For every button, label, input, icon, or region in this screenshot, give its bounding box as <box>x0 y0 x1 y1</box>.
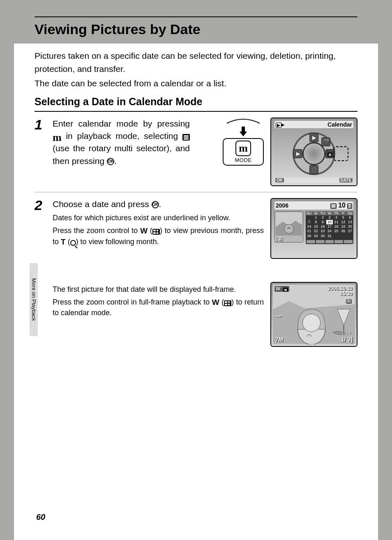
cal-dow-cell: TU <box>319 211 326 215</box>
cal-day-cell: 30 <box>319 234 326 238</box>
cal-year: 2006 <box>276 202 288 209</box>
calendar-icon-tiny <box>283 288 288 292</box>
date-chip: DATE <box>339 178 353 182</box>
cal-day-cell: 25 <box>333 229 340 233</box>
cal-day-cell: 15 <box>313 224 320 229</box>
cal-day-cell: 1 <box>313 215 320 220</box>
lcd-dial-preview: ▶▸ Calendar ▶ 🎬 <box>270 118 357 186</box>
mode-m-icon: m <box>53 134 62 142</box>
lcd-title: Calendar <box>327 121 352 128</box>
pb-wave-icon: 〰 <box>275 313 282 321</box>
cal-day-cell: 19 <box>340 224 347 229</box>
s2p2-d: ( <box>66 238 70 246</box>
t-glyph: T <box>61 237 66 248</box>
step-2-head: Choose a date and press OK. <box>53 198 264 210</box>
pb-date: 2006.10.10 <box>328 286 353 291</box>
rotary-dial: ▶ 🎬 ▶ 🎵 <box>293 132 335 175</box>
dial-calendar-icon <box>325 149 334 158</box>
cal-thumbnail: [ 3] <box>274 211 303 242</box>
svg-marker-1 <box>240 132 247 136</box>
pb-size: 7M <box>275 336 283 343</box>
dial-thumbnail-icon: ▶ <box>293 149 302 158</box>
section-subtitle: Selecting a Date in Calendar Mode <box>35 96 357 112</box>
cal-day-cell: 21 <box>306 229 313 233</box>
mode-label: MODE <box>225 157 261 163</box>
cal-dow-cell: Th <box>333 211 340 215</box>
dial-audio-icon: 🎵 <box>309 165 318 174</box>
thumbnail-grid-icon <box>152 229 160 235</box>
cal-day-cell: 4 <box>333 215 340 220</box>
cal-day-cell: 31 <box>326 234 333 238</box>
cal-day-cell <box>333 234 340 238</box>
cal-day-cell <box>346 234 353 238</box>
cal-day-cell: 12 <box>340 220 347 224</box>
t-chip: T <box>347 203 352 209</box>
step-1: 1 Enter calendar mode by pressing m in p… <box>35 112 357 192</box>
thumbnail-grid-icon-2 <box>224 300 231 306</box>
cal-day-cell: 26 <box>340 229 347 233</box>
magnifier-icon <box>70 240 76 246</box>
s2p2-e: ) to view following month. <box>76 238 159 246</box>
cal-day-cell: 14 <box>306 224 313 229</box>
cal-day-cell: 27 <box>346 229 353 233</box>
svg-rect-0 <box>242 127 245 132</box>
cal-month-ctrl: W 10 T <box>330 202 352 209</box>
playback-icon: ▶▸ <box>276 121 284 128</box>
cal-dow-cell: M <box>313 211 320 215</box>
cal-day-cell: 23 <box>319 229 326 233</box>
cal-dow-cell: W <box>326 211 333 215</box>
cal-dow-cell: Sa <box>346 211 353 215</box>
cal-day-cell: 16 <box>319 224 326 229</box>
step-1-text: Enter calendar mode by pressing m in pla… <box>53 118 190 168</box>
s1-d: . <box>114 156 117 166</box>
pb-datetime: 2006.10.10 15:30 <box>328 286 353 297</box>
cal-day-cell: 17 <box>326 224 333 229</box>
s2p4-b: ( <box>219 298 224 306</box>
cal-day-cell: 13 <box>346 220 353 224</box>
cal-day-cell: 8 <box>313 220 320 224</box>
cal-day-cell: 7 <box>306 220 313 224</box>
dial-movie-icon: 🎬 <box>321 137 330 146</box>
cal-day-cell: 9 <box>319 220 326 224</box>
page-number: 60 <box>36 512 45 522</box>
cal-day-cell: 11 <box>333 220 340 224</box>
pb-in-chip: IN <box>346 299 352 304</box>
step-2: 2 Choose a date and press OK. Dates for … <box>35 192 357 353</box>
w-chip: W <box>330 203 337 209</box>
ok-icon: OK <box>107 158 114 165</box>
intro-1: Pictures taken on a specific date can be… <box>35 49 357 75</box>
content: Pictures taken on a specific date can be… <box>14 44 378 353</box>
cal-grid: SUMTUWThFSa 1234567891011121314151617181… <box>306 211 353 244</box>
pb-time: 15:30 <box>328 291 353 297</box>
side-tab: More on Playback <box>30 263 38 336</box>
lcd-playback-preview: W: 2006.10.10 15:30 IN 〰 7M ☺:♀ 1/ 3] <box>270 282 357 347</box>
dial-selection-highlight <box>334 146 348 161</box>
pb-w-chip: W: <box>274 286 289 292</box>
mode-button-illustration: m MODE <box>223 118 264 166</box>
cal-day-cell: 10 <box>326 220 333 224</box>
cal-count: [ 3] <box>276 236 283 241</box>
cal-day-cell: 3 <box>326 215 333 220</box>
w-glyph-2: W <box>212 297 219 308</box>
s2h-a: Choose a date and press <box>53 199 152 209</box>
s2p2-b: ( <box>148 226 152 235</box>
side-tab-label: More on Playback <box>31 278 37 321</box>
step-2-p2: Press the zoom control to W () to view p… <box>53 226 264 247</box>
step-2-p3: The first picture for that date will be … <box>53 284 264 295</box>
w-glyph: W <box>140 226 148 237</box>
pb-count: 1/ 3] <box>341 336 353 343</box>
cal-day-cell: 2 <box>319 215 326 220</box>
step-1-number: 1 <box>35 118 53 186</box>
mode-m-glyph: m <box>239 143 248 154</box>
cal-day-cell: 5 <box>340 215 347 220</box>
cal-day-cell: 20 <box>346 224 353 229</box>
cal-day-cell: 28 <box>306 234 313 238</box>
cal-filmstrip <box>306 239 353 244</box>
s2h-b: . <box>159 199 161 209</box>
s1-a: Enter calendar mode by pressing <box>53 119 190 128</box>
dial-top-play-icon: ▶ <box>309 133 318 142</box>
cal-dow-cell: SU <box>306 211 313 215</box>
cal-day-cell: 24 <box>326 229 333 233</box>
page-title: Viewing Pictures by Date <box>35 21 357 37</box>
intro-2: The date can be selected from a calendar… <box>35 77 357 90</box>
